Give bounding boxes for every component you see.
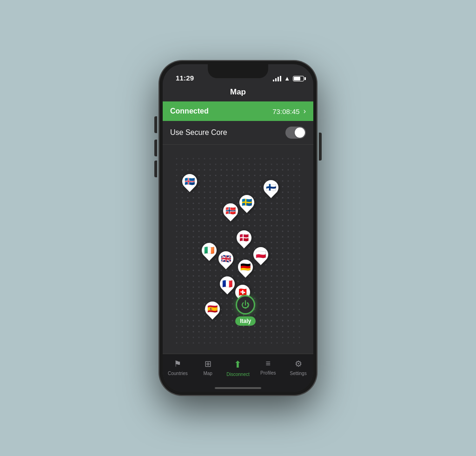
countries-tab-icon: ⚑ (174, 359, 181, 369)
tab-profiles[interactable]: ≡ Profiles (253, 359, 283, 376)
tab-disconnect-label: Disconnect (226, 372, 249, 377)
chevron-right-icon: › (304, 107, 306, 115)
pin-spain[interactable]: 🇪🇸 (205, 302, 220, 316)
flag-circle-norway: 🇳🇴 (220, 200, 241, 221)
flag-circle-poland: 🇵🇱 (250, 244, 271, 265)
flag-circle-spain: 🇪🇸 (202, 298, 223, 319)
settings-tab-icon: ⚙ (295, 359, 302, 369)
flag-circle-uk: 🇬🇧 (215, 248, 236, 269)
wifi-icon: ▲ (284, 75, 290, 82)
status-time: 11:29 (176, 74, 194, 82)
tab-settings-label: Settings (290, 371, 307, 376)
pin-ireland[interactable]: 🇮🇪 (202, 243, 217, 258)
secure-core-row: Use Secure Core (163, 121, 313, 145)
flag-circle-ireland: 🇮🇪 (199, 240, 220, 261)
pin-sweden[interactable]: 🇸🇪 (239, 195, 254, 210)
connected-banner[interactable]: Connected 73:08:45 › (163, 101, 313, 121)
phone-device: 11:29 ▲ Map Connected 73:08: (159, 60, 317, 396)
connection-right: 73:08:45 › (272, 107, 306, 115)
tab-map[interactable]: ⊞ Map (193, 359, 223, 376)
phone-screen: 11:29 ▲ Map Connected 73:08: (163, 64, 313, 392)
pin-uk[interactable]: 🇬🇧 (218, 251, 233, 266)
signal-icon (273, 76, 281, 81)
pin-finland[interactable]: 🇫🇮 (264, 180, 278, 195)
tab-countries-label: Countries (168, 371, 188, 376)
home-indicator (215, 387, 261, 389)
tab-disconnect[interactable]: ⬆ Disconnect (223, 359, 253, 377)
connection-timer: 73:08:45 (272, 107, 299, 115)
pin-norway[interactable]: 🇳🇴 (223, 203, 238, 218)
pin-iceland[interactable]: 🇮🇸 (182, 174, 197, 189)
battery-icon (293, 76, 304, 81)
tab-map-label: Map (203, 371, 212, 376)
header-title: Map (230, 87, 246, 96)
map-pins-container: 🇮🇸 🇳🇴 🇸🇪 (163, 145, 313, 354)
active-country-label: Italy (235, 316, 256, 326)
pin-italy-active[interactable]: ⏻ Italy (235, 295, 256, 326)
tab-bar: ⚑ Countries ⊞ Map ⬆ Disconnect ≡ Profile… (163, 354, 313, 392)
secure-core-toggle[interactable] (285, 127, 306, 139)
tab-settings[interactable]: ⚙ Settings (283, 359, 313, 376)
app-header: Map (163, 85, 313, 101)
tab-profiles-label: Profiles (260, 370, 276, 376)
profiles-tab-icon: ≡ (266, 359, 271, 369)
flag-circle-denmark: 🇩🇰 (233, 227, 254, 248)
toggle-knob (295, 127, 305, 138)
power-icon: ⏻ (241, 300, 250, 310)
pin-poland[interactable]: 🇵🇱 (253, 247, 268, 262)
pin-france[interactable]: 🇫🇷 (220, 276, 235, 291)
disconnect-tab-icon: ⬆ (234, 359, 242, 370)
power-circle: ⏻ (236, 295, 255, 315)
flag-circle-finland: 🇫🇮 (261, 177, 282, 198)
pin-denmark[interactable]: 🇩🇰 (237, 230, 251, 245)
flag-circle-sweden: 🇸🇪 (237, 192, 258, 213)
tab-countries[interactable]: ⚑ Countries (163, 359, 193, 376)
status-icons: ▲ (273, 75, 304, 82)
secure-core-label: Use Secure Core (170, 128, 227, 137)
pin-germany[interactable]: 🇩🇪 (238, 260, 253, 275)
connection-status: Connected (170, 107, 209, 115)
phone-notch (208, 64, 268, 78)
map-area[interactable]: 🇮🇸 🇳🇴 🇸🇪 (163, 145, 313, 354)
flag-circle-iceland: 🇮🇸 (179, 171, 200, 192)
map-tab-icon: ⊞ (205, 359, 212, 369)
